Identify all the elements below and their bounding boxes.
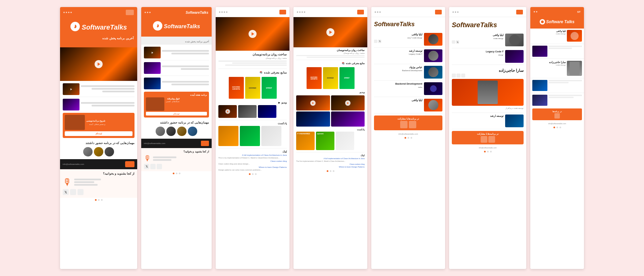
v-line	[548, 82, 569, 83]
upcoming-content: فوق پیشرفته شبکه‌های عصبی	[146, 97, 207, 111]
latest-text: آخرین برنامه پخش شده	[185, 40, 209, 43]
play-3[interactable]	[249, 30, 257, 38]
link-3[interactable]: Where to learn Design Patterns	[218, 166, 287, 168]
link-4-3[interactable]: Where to learn Design Patterns	[296, 166, 365, 168]
video-label-4: ویدیو	[360, 91, 365, 94]
line	[162, 65, 209, 67]
avatars-2	[141, 125, 212, 137]
soc[interactable]	[452, 74, 456, 78]
sep	[374, 47, 442, 48]
grid-4[interactable]	[331, 111, 365, 127]
video-thumb-1[interactable]	[144, 47, 161, 58]
page-dot	[98, 199, 100, 201]
s-desc-1: توسعه‌دهنده	[452, 37, 503, 40]
twitter-icon[interactable]: 𝕏	[63, 189, 69, 195]
vt-2[interactable]	[238, 105, 257, 118]
article-hero[interactable]	[216, 17, 289, 51]
video-thumbs	[216, 105, 289, 119]
cta-icons	[376, 121, 440, 128]
dot	[487, 151, 489, 152]
video-4-header: ویدیو	[293, 90, 367, 94]
v-thumb-3[interactable]	[532, 95, 547, 106]
app-icon[interactable]	[77, 189, 84, 195]
book-icon: 📚	[260, 71, 263, 74]
social-btn[interactable]	[374, 40, 377, 43]
pod-1[interactable]	[218, 126, 238, 146]
video-thumb-2[interactable]	[144, 62, 161, 74]
logo-small-header	[126, 10, 134, 15]
desc-line	[225, 64, 287, 66]
nav-dot	[145, 12, 146, 13]
v-thumb-2[interactable]	[532, 80, 547, 91]
nav-dot	[534, 11, 535, 12]
link-4-2[interactable]: Clean-coders blog	[296, 163, 365, 165]
tri	[347, 102, 349, 104]
play-button[interactable]	[95, 60, 103, 68]
soc[interactable]	[461, 74, 465, 78]
twitter-2[interactable]: 𝕏	[144, 164, 149, 169]
link-1[interactable]: A full implementation of Clean Architect…	[218, 154, 287, 156]
social-btn[interactable]	[157, 164, 162, 169]
speaker-info-3: عباس بیژنپاد Backend Development	[374, 66, 422, 72]
guests-title-2: مهمان‌هایی که در برنامه حضور داشتند	[141, 119, 212, 125]
link-2[interactable]: Clean-coders blog	[218, 160, 287, 162]
grid-1[interactable]	[296, 95, 330, 110]
v-thumb[interactable]	[532, 46, 547, 57]
pod-4-3[interactable]	[336, 132, 354, 150]
dot-active	[173, 173, 174, 174]
big-logo-5: SoftwareTalks	[371, 17, 445, 32]
pod-4-1[interactable]: IT VISIONARIES	[296, 132, 315, 150]
grid-2[interactable]	[331, 95, 365, 110]
video-7-2	[530, 79, 584, 92]
soc[interactable]	[457, 74, 461, 78]
speaker-desc-4: محمد	[374, 86, 422, 88]
main-speaker-photo	[452, 79, 524, 106]
cta-7: در برنامه‌ها	[532, 108, 582, 120]
vt-3[interactable]	[258, 105, 276, 118]
s-thumb-7-2	[567, 61, 582, 76]
logo-area-7: Software Talks	[530, 16, 584, 29]
soc-btn[interactable]	[452, 40, 455, 44]
dot	[255, 173, 257, 175]
link-line	[74, 179, 101, 180]
video-thumb-3[interactable]	[144, 78, 161, 89]
mic-2: 🎙	[144, 154, 151, 163]
pod-3[interactable]	[261, 126, 281, 146]
footer-logo	[125, 161, 135, 167]
article-meta: محمد: روان برنامه‌نویسان	[218, 57, 287, 59]
hero-video[interactable]	[60, 47, 137, 81]
app-icon[interactable]	[70, 189, 76, 195]
tw-icon[interactable]: 𝕏	[378, 40, 381, 43]
sep	[452, 48, 524, 48]
speaker-info-1: ایلیا واثقی توسعه‌دهنده ارشد 𝕏	[374, 33, 422, 43]
page-dot-active	[95, 199, 97, 201]
social-btn[interactable]	[150, 164, 156, 169]
book-h: HACKING GROWTH	[307, 67, 322, 89]
content-area: شروع برنامه‌نویسی و مسیر شغلی آینده ثبت‌…	[60, 81, 137, 203]
card-narrow: ST Software Talks ایلیا واثقی توسعه‌دهند…	[530, 7, 584, 269]
sep-3	[218, 68, 287, 69]
play-4[interactable]	[326, 28, 334, 36]
grid-3[interactable]	[296, 111, 330, 127]
tw[interactable]: 𝕏	[456, 40, 459, 44]
register-btn[interactable]: ثبت‌نام	[65, 131, 132, 136]
av-img	[177, 127, 186, 136]
tri	[312, 102, 314, 104]
register-btn-2[interactable]: ثبت‌نام	[146, 112, 207, 116]
hero-4[interactable]	[293, 17, 367, 47]
nav-dot	[68, 12, 69, 13]
desc	[307, 57, 365, 58]
link-4-1[interactable]: A full implementation of Clean Architect…	[296, 157, 365, 159]
pod-2[interactable]	[240, 126, 260, 146]
pod-4-2[interactable]: xponent	[316, 132, 334, 150]
photo-placeholder	[478, 81, 498, 104]
pod-title: IT VISIONARIES	[296, 132, 315, 136]
upcoming-thumb-2	[146, 97, 164, 111]
pagination-7	[530, 125, 584, 130]
speaker-info-4: Backend Development محمد	[374, 82, 422, 88]
links-4: لینک A full implementation of Clean Arch…	[293, 153, 367, 169]
book-hooked: HOOKED	[245, 77, 260, 99]
vt-1[interactable]	[218, 105, 237, 118]
video-7-1	[530, 45, 584, 58]
article-meta-4: محمد: روان برنامه‌نویسان	[296, 52, 365, 54]
